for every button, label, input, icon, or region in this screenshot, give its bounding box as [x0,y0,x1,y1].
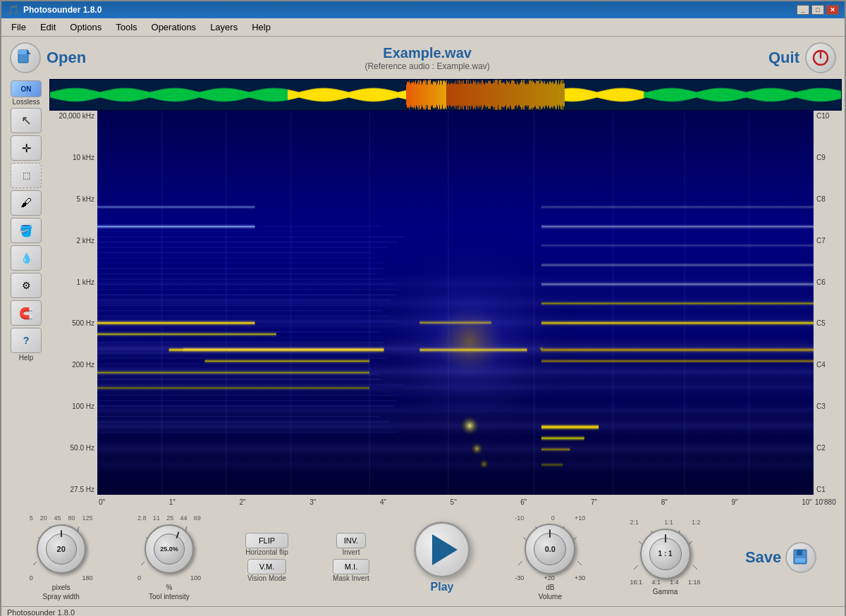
vol-neg10: -10 [515,515,524,522]
tool-help[interactable]: ? [11,328,42,353]
time-9: 9" [731,498,737,506]
gamma-section: 2:1 1:1 1:2 [630,519,701,596]
tool-on-toggle[interactable]: ON [11,80,42,97]
intensity-scale-28: 2.8 [137,515,147,522]
quit-section[interactable]: Quit [768,42,836,73]
menu-operations[interactable]: Operations [145,20,204,35]
quit-icon-btn[interactable] [805,42,836,73]
note-c10: C10 [816,112,839,120]
time-end-label: 10'880 [814,495,842,509]
note-c8: C8 [816,195,839,203]
vm-button[interactable]: V.M. [247,559,286,574]
svg-line-28 [693,565,697,569]
tool-eyedropper[interactable]: 💧 [11,245,42,271]
spray-scale-125: 125 [82,515,93,522]
time-1: 1" [169,498,176,506]
flip-button[interactable]: FLIP [245,533,288,548]
titlebar-controls: _ □ ✕ [797,5,839,15]
tool-marquee[interactable]: ⬚ [11,163,42,188]
time-4: 4" [380,498,386,506]
mi-label: Mask Invert [333,574,369,582]
volume-section: -10 0 +10 [515,515,585,601]
vol-plus10: +10 [575,515,585,522]
save-icon [792,548,810,567]
file-title: Example.wav [364,45,489,61]
time-5: 5" [450,498,457,506]
maximize-button[interactable]: □ [811,5,824,15]
vm-label: Vision Mode [247,574,286,582]
open-label: Open [47,49,86,67]
tool-intensity-knob[interactable]: 25.0% [145,524,194,574]
gamma-21: 2:1 [630,519,639,526]
save-icon-btn[interactable] [785,542,816,573]
note-c1: C1 [816,486,839,493]
inv-button[interactable]: INV. [336,533,366,548]
freq-5khz: 5 kHz [52,195,94,203]
save-section[interactable]: Save [745,542,816,573]
spectrogram-main: 20,000 kHz 10 kHz 5 kHz 2 kHz 1 kHz 500 … [49,111,842,495]
volume-knob[interactable]: 0.0 [525,524,575,574]
tool-select[interactable]: ↖ [11,108,42,133]
spectrogram-display[interactable] [97,111,814,495]
svg-line-15 [518,561,522,565]
window-title: Photosounder 1.8.0 [23,5,102,15]
open-icon-btn[interactable] [10,42,41,73]
waveform-canvas [50,80,841,110]
lossless-label: Lossless [13,98,40,106]
statusbar: Photosounder 1.8.0 [1,606,845,616]
menu-layers[interactable]: Layers [203,20,245,35]
mi-button[interactable]: M.I. [333,559,369,574]
time-2: 2" [239,498,245,506]
gamma-label: Gamma [653,587,678,596]
help-label: Help [19,354,34,362]
app-window: 🎵 Photosounder 1.8.0 _ □ ✕ File Edit Opt… [0,0,846,616]
menu-options[interactable]: Options [63,20,109,35]
menu-edit[interactable]: Edit [33,20,63,35]
freq-1khz: 1 kHz [52,278,94,286]
note-c5: C5 [816,319,839,327]
open-section[interactable]: Open [10,42,86,73]
tool-brush[interactable]: 🖌 [11,190,42,216]
freq-500hz: 500 Hz [52,319,94,327]
gamma-value: 1 : 1 [658,550,673,558]
time-labels: 0" 1" 2" 3" 4" 5" 6" 7" 8" 9" 10" [97,495,814,509]
freq-20khz: 20,000 kHz [52,112,94,120]
close-button[interactable]: ✕ [826,5,839,15]
svg-line-5 [33,562,37,565]
tool-move[interactable]: ✛ [11,135,42,161]
gamma-11: 1:1 [664,519,673,526]
spray-label: pixelsSpray width [43,583,80,601]
waveform-strip [49,79,842,111]
intensity-scale-69: 69 [194,515,201,522]
svg-marker-1 [27,50,31,54]
spray-width-knob[interactable]: 20 [37,524,86,574]
time-8: 8" [661,498,668,506]
inv-mi-section: INV. Invert M.I. Mask Invert [333,533,369,582]
flip-label: Horizontal flip [245,548,288,556]
main-content: Open Example.wav (Reference audio : Exam… [1,37,845,606]
time-3: 3" [309,498,316,506]
tool-settings[interactable]: ⚙ [11,273,42,298]
menu-file[interactable]: File [4,20,33,35]
tool-intensity-value: 25.0% [160,546,178,553]
tool-magnet[interactable]: 🧲 [11,300,42,326]
menu-help[interactable]: Help [245,20,278,35]
gamma-knob[interactable]: 1 : 1 [640,529,691,579]
time-10: 10" [802,498,812,506]
tool-intensity-section: 2.8 11 25 44 69 [137,515,201,601]
intensity-scale-44: 44 [180,515,188,522]
freq-200hz: 200 Hz [52,361,94,369]
spectrogram-canvas [97,111,814,495]
time-6: 6" [520,498,527,506]
minimize-button[interactable]: _ [797,5,809,15]
time-0: 0" [99,498,105,506]
freq-100hz: 100 Hz [52,402,94,410]
svg-line-22 [634,565,638,569]
tool-fill[interactable]: 🪣 [11,218,42,243]
menu-tools[interactable]: Tools [109,20,144,35]
play-button[interactable] [414,522,470,578]
vol-0: 0 [551,515,555,522]
status-text: Photosounder 1.8.0 [7,608,75,616]
left-toolbar: ON Lossless ↖ ✛ ⬚ 🖌 🪣 💧 ⚙ 🧲 ? Help [4,79,48,509]
bottom-controls: 5 20 45 80 125 [4,512,842,603]
